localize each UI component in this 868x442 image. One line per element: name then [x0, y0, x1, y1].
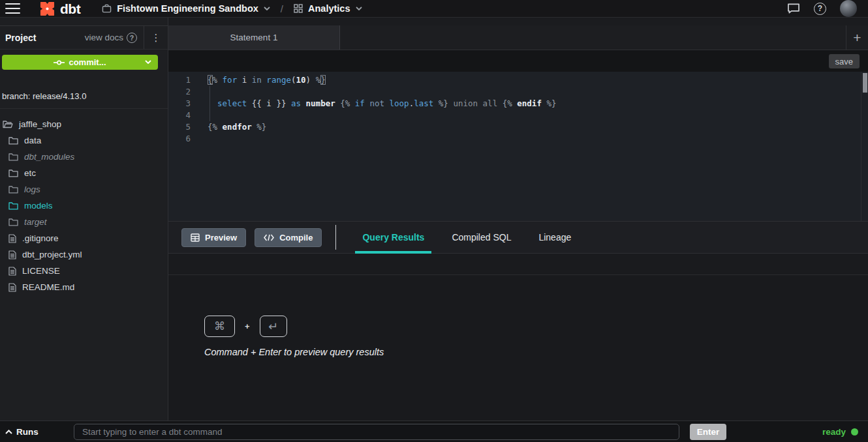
help-circle-icon: ? — [127, 33, 137, 43]
tree-item-dbt_modules[interactable]: dbt_modules — [0, 149, 168, 165]
chevron-down-icon[interactable] — [264, 7, 270, 10]
command-key-icon: ⌘ — [204, 316, 235, 337]
bottombar: Runs Enter ready — [0, 420, 868, 442]
status-dot — [851, 428, 858, 435]
status-text: ready — [822, 427, 846, 437]
project-header: Project view docs ? ⋮ — [0, 25, 168, 50]
code-line-3: 3 select {{ i }} as number {% if not loo… — [168, 98, 868, 110]
tree-item-jaffle_shop[interactable]: jaffle_shop — [0, 116, 168, 132]
tree-item-label: logs — [24, 184, 40, 194]
preview-button[interactable]: Preview — [181, 228, 246, 247]
sidebar-divider — [0, 108, 168, 109]
account-name[interactable]: Fishtown Engineering Sandbox — [117, 3, 258, 14]
kebab-menu-icon[interactable]: ⋮ — [144, 26, 168, 49]
grid-icon — [294, 4, 303, 13]
tree-item-label: dbt_modules — [24, 152, 74, 162]
query-results-content: ⌘ + ↵ Command + Enter to preview query r… — [168, 275, 868, 420]
save-button[interactable]: save — [829, 54, 860, 68]
tree-item-models[interactable]: models — [0, 198, 168, 214]
tree-item-label: target — [24, 217, 47, 227]
command-input[interactable] — [74, 424, 679, 440]
view-docs-link[interactable]: view docs ? — [85, 33, 144, 43]
results-subheader — [168, 254, 868, 275]
tree-item-label: data — [24, 136, 41, 145]
new-tab-button[interactable]: + — [846, 25, 868, 50]
line-number: 4 — [168, 110, 191, 121]
tree-item-label: etc — [24, 168, 36, 178]
hamburger-menu-icon[interactable] — [5, 3, 20, 14]
dbt-cloud-ide: dbt Fishtown Engineering Sandbox / Analy… — [0, 0, 868, 442]
dbt-logo-text: dbt — [60, 2, 80, 16]
avatar[interactable] — [840, 0, 857, 17]
line-number: 3 — [168, 98, 191, 110]
folder-icon — [8, 185, 18, 194]
status-indicator: ready — [822, 421, 858, 442]
tree-item-target[interactable]: target — [0, 214, 168, 230]
file-icon — [8, 234, 16, 243]
tree-item-label: README.md — [22, 282, 74, 292]
code-editor[interactable]: 1{% for i in range(10) %}23 select {{ i … — [168, 72, 868, 221]
tab-query-results[interactable]: Query Results — [362, 222, 424, 253]
indent-guide — [209, 86, 210, 121]
tree-item-label: dbt_project.yml — [22, 250, 82, 259]
breadcrumb: Fishtown Engineering Sandbox / Analytics — [102, 3, 362, 14]
table-icon — [191, 233, 200, 242]
shortcut-hint: ⌘ + ↵ — [204, 316, 287, 337]
folder-icon — [8, 218, 18, 226]
tree-item-label: models — [24, 201, 53, 211]
git-commit-icon — [54, 59, 65, 66]
results-panel-header: Preview Compile Query ResultsCompiled SQ… — [168, 221, 868, 254]
tab-lineage[interactable]: Lineage — [538, 222, 571, 253]
line-number: 1 — [168, 74, 191, 86]
topbar: dbt Fishtown Engineering Sandbox / Analy… — [0, 0, 868, 18]
tab-statement-1[interactable]: Statement 1 — [168, 25, 340, 50]
file-icon — [8, 250, 16, 259]
dbt-logo[interactable]: dbt — [39, 1, 80, 17]
project-name[interactable]: Analytics — [308, 3, 350, 14]
folder-icon — [8, 201, 18, 210]
sidebar: Project view docs ? ⋮ commit... branch: … — [0, 18, 168, 420]
code-line-4: 4 — [168, 110, 868, 121]
tree-item-dbt_project.yml[interactable]: dbt_project.yml — [0, 246, 168, 263]
compile-button[interactable]: Compile — [255, 228, 322, 247]
code-lines: 1{% for i in range(10) %}23 select {{ i … — [168, 72, 868, 145]
line-number: 6 — [168, 133, 191, 145]
breadcrumb-separator: / — [281, 3, 283, 14]
runs-toggle[interactable]: Runs — [5, 421, 39, 442]
tree-item-README.md[interactable]: README.md — [0, 279, 168, 295]
shortcut-caption: Command + Enter to preview query results — [204, 347, 384, 357]
chat-icon[interactable] — [787, 3, 800, 14]
editor-toolbar: save — [168, 50, 868, 72]
file-icon — [8, 283, 16, 292]
tree-item-LICENSE[interactable]: LICENSE — [0, 263, 168, 279]
scrollbar-thumb[interactable] — [863, 73, 867, 93]
code-line-2: 2 — [168, 86, 868, 98]
line-number: 5 — [168, 121, 191, 133]
enter-key-icon: ↵ — [260, 316, 287, 337]
code-line-1: 1{% for i in range(10) %} — [168, 74, 868, 86]
tree-item-logs[interactable]: logs — [0, 181, 168, 198]
chevron-down-icon[interactable] — [145, 60, 151, 64]
folder-icon — [8, 153, 18, 161]
commit-button[interactable]: commit... — [2, 55, 158, 70]
tree-item-.gitignore[interactable]: .gitignore — [0, 230, 168, 246]
topbar-actions: ? — [787, 0, 868, 17]
main-area: Statement 1 + save 1{% for i in range(10… — [168, 18, 868, 420]
code-line-6: 6 — [168, 133, 868, 145]
folder-open-icon — [3, 120, 13, 128]
panel-tabs: Query ResultsCompiled SQLLineage — [336, 222, 571, 253]
tree-item-etc[interactable]: etc — [0, 165, 168, 181]
project-title: Project — [5, 33, 36, 43]
help-icon[interactable]: ? — [814, 3, 826, 15]
tree-item-data[interactable]: data — [0, 132, 168, 149]
tree-item-label: .gitignore — [22, 233, 59, 243]
chevron-up-icon — [5, 430, 12, 434]
editor-scrollbar[interactable] — [861, 72, 868, 221]
chevron-down-icon[interactable] — [356, 7, 362, 10]
plus-separator: + — [245, 321, 250, 331]
folder-icon — [8, 169, 18, 177]
tab-compiled-sql[interactable]: Compiled SQL — [452, 222, 511, 253]
enter-button[interactable]: Enter — [690, 424, 726, 440]
folder-icon — [8, 136, 18, 145]
code-line-5: 5{% endfor %} — [168, 121, 868, 133]
